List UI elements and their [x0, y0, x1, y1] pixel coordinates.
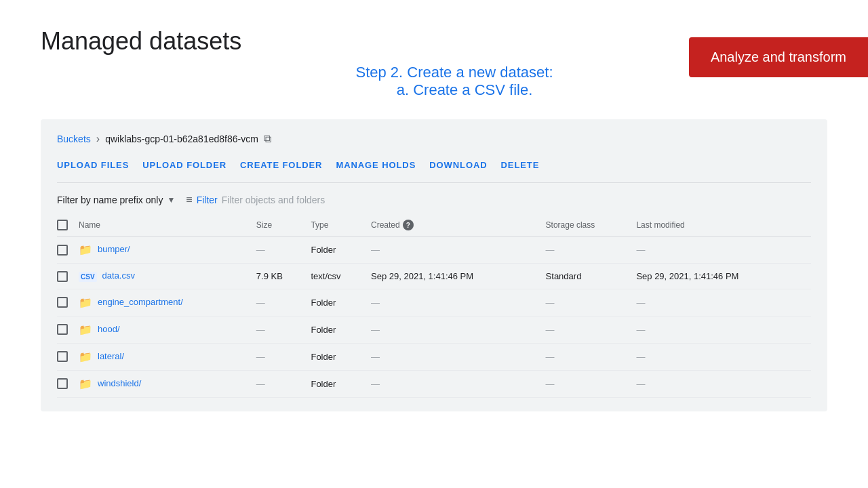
folder-icon: 📁: [79, 323, 92, 336]
dash: —: [636, 352, 645, 362]
row-checkbox[interactable]: [57, 351, 68, 362]
row-checkbox[interactable]: [57, 297, 68, 308]
filter-label: Filter: [197, 195, 218, 205]
name-column-header: Name: [79, 214, 256, 237]
storage-class-column-header: Storage class: [546, 214, 637, 237]
row-created: —: [371, 343, 546, 370]
filter-icon: ≡: [186, 194, 192, 206]
row-storage-class: —: [546, 289, 637, 316]
row-checkbox[interactable]: [57, 378, 68, 389]
row-name[interactable]: 📁hood/: [79, 316, 256, 343]
row-checkbox[interactable]: [57, 324, 68, 335]
dash: —: [256, 298, 265, 308]
manage-holds-button[interactable]: MANAGE HOLDS: [333, 156, 427, 174]
create-folder-button[interactable]: CREATE FOLDER: [237, 156, 333, 174]
dash: —: [636, 298, 645, 308]
folder-link[interactable]: bumper/: [98, 244, 130, 254]
table-row: 📁engine_compartment/—Folder———: [57, 289, 811, 316]
last-modified-column-header: Last modified: [636, 214, 811, 237]
bucket-panel: Buckets › qwiklabs-gcp-01-b62a81ed8f86-v…: [41, 119, 827, 411]
copy-icon[interactable]: ⧉: [264, 133, 271, 145]
dash: —: [256, 379, 265, 389]
dash: —: [636, 325, 645, 335]
table-row: 📁hood/—Folder———: [57, 316, 811, 343]
table-row: 📁windshield/—Folder———: [57, 370, 811, 397]
folder-link[interactable]: engine_compartment/: [98, 297, 183, 307]
row-type: Folder: [311, 370, 371, 397]
row-checkbox-cell[interactable]: [57, 237, 79, 264]
row-type: Folder: [311, 316, 371, 343]
row-type: Folder: [311, 237, 371, 264]
filter-prefix-label: Filter by name prefix only: [57, 195, 163, 205]
filter-prefix-arrow-icon: ▼: [167, 195, 175, 205]
toolbar: UPLOAD FILES UPLOAD FOLDER CREATE FOLDER…: [57, 156, 811, 183]
select-all-checkbox[interactable]: [57, 220, 68, 230]
row-last-modified: —: [636, 343, 811, 370]
row-last-modified: —: [636, 316, 811, 343]
row-storage-class: —: [546, 237, 637, 264]
row-name[interactable]: 📁engine_compartment/: [79, 289, 256, 316]
row-size: —: [256, 370, 311, 397]
row-size: —: [256, 289, 311, 316]
delete-button[interactable]: DELETE: [498, 156, 551, 174]
row-created: —: [371, 316, 546, 343]
breadcrumb-buckets[interactable]: Buckets: [57, 134, 91, 144]
row-storage-class: —: [546, 370, 637, 397]
row-checkbox-cell[interactable]: [57, 316, 79, 343]
row-size: —: [256, 316, 311, 343]
created-help-icon[interactable]: ?: [403, 220, 414, 230]
row-checkbox-cell[interactable]: [57, 289, 79, 316]
upload-folder-button[interactable]: UPLOAD FOLDER: [140, 156, 237, 174]
size-column-header: Size: [256, 214, 311, 237]
file-link[interactable]: data.csv: [102, 270, 135, 281]
dash: —: [546, 379, 555, 389]
filter-placeholder: Filter objects and folders: [222, 195, 326, 205]
row-name[interactable]: CSVdata.csv: [79, 264, 256, 289]
dash: —: [546, 298, 555, 308]
breadcrumb-separator: ›: [96, 133, 100, 145]
dash: —: [546, 352, 555, 362]
row-type: text/csv: [311, 264, 371, 289]
row-name[interactable]: 📁windshield/: [79, 370, 256, 397]
download-button[interactable]: DOWNLOAD: [427, 156, 498, 174]
row-created: —: [371, 289, 546, 316]
row-size: —: [256, 343, 311, 370]
select-all-header[interactable]: [57, 214, 79, 237]
upload-files-button[interactable]: UPLOAD FILES: [57, 156, 140, 174]
folder-link[interactable]: windshield/: [98, 378, 141, 388]
row-size: —: [256, 237, 311, 264]
row-last-modified: —: [636, 370, 811, 397]
row-checkbox-cell[interactable]: [57, 264, 79, 289]
row-created: —: [371, 237, 546, 264]
row-name[interactable]: 📁bumper/: [79, 237, 256, 264]
dash: —: [636, 379, 645, 389]
row-name[interactable]: 📁lateral/: [79, 343, 256, 370]
row-created: Sep 29, 2021, 1:41:46 PM: [371, 264, 546, 289]
row-checkbox-cell[interactable]: [57, 343, 79, 370]
row-checkbox[interactable]: [57, 245, 68, 256]
dash: —: [256, 245, 265, 255]
row-checkbox[interactable]: [57, 271, 68, 282]
filter-prefix-selector[interactable]: Filter by name prefix only ▼: [57, 195, 175, 205]
table-row: 📁bumper/—Folder———: [57, 237, 811, 264]
table-row: CSVdata.csv7.9 KBtext/csvSep 29, 2021, 1…: [57, 264, 811, 289]
analyze-transform-button[interactable]: Analyze and transform: [689, 37, 868, 77]
csv-icon: CSV: [79, 271, 97, 281]
filter-objects-input[interactable]: ≡ Filter Filter objects and folders: [186, 194, 325, 206]
folder-icon: 📁: [79, 296, 92, 309]
created-column-header: Created ?: [371, 214, 546, 237]
dash: —: [371, 352, 380, 362]
step-sublabel: a. Create a CSV file.: [102, 81, 827, 99]
row-checkbox-cell[interactable]: [57, 370, 79, 397]
folder-icon: 📁: [79, 243, 92, 256]
dash: —: [256, 352, 265, 362]
row-storage-class: —: [546, 343, 637, 370]
dash: —: [371, 298, 380, 308]
dash: —: [371, 325, 380, 335]
folder-link[interactable]: lateral/: [98, 351, 124, 361]
folder-link[interactable]: hood/: [98, 324, 120, 334]
dash: —: [636, 245, 645, 255]
row-last-modified: —: [636, 237, 811, 264]
table-row: 📁lateral/—Folder———: [57, 343, 811, 370]
folder-icon: 📁: [79, 378, 92, 390]
